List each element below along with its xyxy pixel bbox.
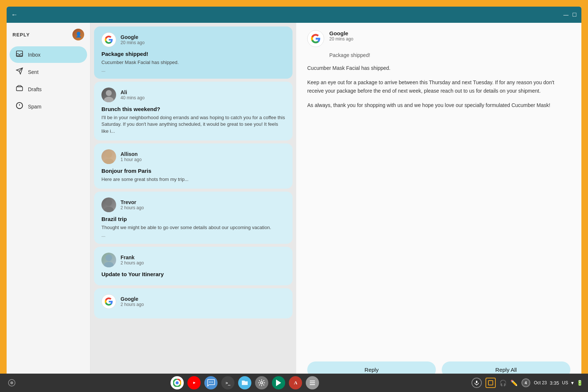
files-icon[interactable] xyxy=(238,376,251,389)
svg-point-11 xyxy=(104,207,114,212)
email-avatar-2 xyxy=(101,88,116,102)
svg-point-6 xyxy=(106,90,112,96)
sidebar-item-sent-label: Sent xyxy=(28,69,39,75)
inbox-icon xyxy=(15,50,24,59)
email-card-6[interactable]: Google 2 hours ago xyxy=(94,288,293,318)
maximize-button[interactable]: ☐ xyxy=(572,12,577,18)
tray-circle-4[interactable]: 4 xyxy=(521,378,530,387)
detail-body: Cucumber Mask Facial has shipped. Keep a… xyxy=(307,64,570,354)
email-sender-3: Allison xyxy=(121,151,141,157)
play-store-icon[interactable] xyxy=(272,376,285,389)
drafts-icon xyxy=(15,85,24,94)
email-time-2: 40 mins ago xyxy=(121,95,144,100)
email-avatar-5 xyxy=(101,253,116,267)
detail-subject: Package shipped! xyxy=(307,52,570,58)
sidebar-header: REPLY 👤 xyxy=(7,23,90,45)
sidebar-item-inbox[interactable]: Inbox xyxy=(10,46,87,63)
avatar[interactable]: 👤 xyxy=(72,29,84,40)
email-preview-3: Here are some great shots from my trip..… xyxy=(101,176,285,183)
email-card-2[interactable]: Ali 40 mins ago Brunch this weekend? I'l… xyxy=(94,82,293,140)
email-sender-1: Google xyxy=(121,34,144,40)
email-subject-5: Update to Your Itinerary xyxy=(101,271,285,277)
taskbar-center: >_ A xyxy=(171,376,319,389)
sidebar-item-sent[interactable]: Sent xyxy=(10,64,87,80)
taskbar: >_ A xyxy=(0,374,588,392)
svg-point-12 xyxy=(105,254,112,261)
detail-sender: Google xyxy=(329,30,353,36)
email-preview-4: Thought we might be able to go over some… xyxy=(101,224,285,231)
minimize-button[interactable]: — xyxy=(563,12,569,18)
email-meta-1: Google 20 mins ago xyxy=(121,34,144,45)
tray-mic-icon[interactable] xyxy=(472,378,482,388)
email-subject-1: Package shipped! xyxy=(101,51,285,57)
email-preview-1: Cucumber Mask Facial has shipped. xyxy=(101,59,285,66)
tray-square-icon[interactable] xyxy=(485,378,496,388)
email-card-4[interactable]: Trevor 2 hours ago Brazil trip Thought w… xyxy=(94,192,293,244)
chat-icon[interactable] xyxy=(204,376,218,389)
email-card-5[interactable]: Frank 2 hours ago Update to Your Itinera… xyxy=(94,247,293,285)
svg-point-18 xyxy=(176,382,179,384)
more-apps-icon[interactable] xyxy=(306,376,319,389)
detail-body-line1: Cucumber Mask Facial has shipped. xyxy=(307,64,570,72)
back-button[interactable]: ← xyxy=(11,11,18,19)
email-card-3[interactable]: Allison 1 hour ago Bonjour from Paris He… xyxy=(94,143,293,189)
sidebar-item-inbox-label: Inbox xyxy=(28,52,40,58)
svg-point-7 xyxy=(104,97,114,102)
email-header-4: Trevor 2 hours ago xyxy=(101,197,285,212)
sent-icon xyxy=(15,67,24,76)
svg-point-22 xyxy=(211,382,211,382)
detail-body-para1: Keep an eye out for a package to arrive … xyxy=(307,78,570,95)
sidebar: REPLY 👤 Inbox xyxy=(7,23,90,385)
detail-header: Google 20 mins ago xyxy=(307,30,570,47)
time-display: 3:35 xyxy=(550,380,559,386)
email-header-5: Frank 2 hours ago xyxy=(101,253,285,267)
svg-point-10 xyxy=(105,199,112,206)
email-card-1[interactable]: Google 20 mins ago Package shipped! Cucu… xyxy=(94,26,293,79)
email-time-5: 2 hours ago xyxy=(121,260,144,266)
email-avatar-4 xyxy=(101,197,116,212)
locale-display: US xyxy=(562,380,568,385)
date-display: Oct 23 xyxy=(534,380,547,385)
email-sender-4: Trevor xyxy=(121,199,144,205)
email-header-2: Ali 40 mins ago xyxy=(101,88,285,102)
email-ellipsis-4: ... xyxy=(101,232,285,238)
email-meta-4: Trevor 2 hours ago xyxy=(121,199,144,210)
email-meta-2: Ali 40 mins ago xyxy=(121,89,144,100)
system-tray[interactable]: Oct 23 3:35 US ▾ 🔋 xyxy=(534,380,583,386)
chrome-icon[interactable] xyxy=(171,376,184,389)
titlebar: ← — ☐ xyxy=(7,7,581,23)
launcher-icon[interactable] xyxy=(5,376,18,389)
svg-point-13 xyxy=(104,262,114,267)
youtube-icon[interactable] xyxy=(187,376,201,389)
email-avatar-6 xyxy=(101,294,116,309)
sidebar-item-drafts[interactable]: Drafts xyxy=(10,81,87,97)
email-subject-2: Brunch this weekend? xyxy=(101,106,285,112)
email-sender-6: Google xyxy=(121,296,144,302)
email-subject-4: Brazil trip xyxy=(101,216,285,222)
taskbar-right: 🎧 ✏️ 4 Oct 23 3:35 US ▾ 🔋 xyxy=(472,378,583,388)
settings-icon[interactable] xyxy=(255,376,268,389)
email-avatar-1 xyxy=(101,32,116,47)
terminal-icon[interactable]: >_ xyxy=(221,376,234,389)
svg-point-23 xyxy=(212,382,213,382)
tray-pen-icon[interactable]: ✏️ xyxy=(510,379,518,386)
detail-time: 20 mins ago xyxy=(329,36,353,42)
sidebar-item-spam[interactable]: Spam xyxy=(10,98,87,115)
sidebar-nav: Inbox Sent xyxy=(7,45,90,116)
svg-point-15 xyxy=(10,381,13,384)
detail-meta: Google 20 mins ago xyxy=(329,30,353,42)
spam-icon xyxy=(15,102,24,111)
tray-headphone-icon[interactable]: 🎧 xyxy=(499,379,507,386)
email-preview-2: I'll be in your neighborhood doing erran… xyxy=(101,114,285,135)
sidebar-title: REPLY xyxy=(12,32,30,38)
svg-point-24 xyxy=(261,382,263,384)
svg-point-9 xyxy=(104,158,114,164)
email-sender-2: Ali xyxy=(121,89,144,95)
app-body: REPLY 👤 Inbox xyxy=(7,23,581,385)
email-header-1: Google 20 mins ago xyxy=(101,32,285,47)
email-time-4: 2 hours ago xyxy=(121,205,144,210)
apps-icon[interactable]: A xyxy=(289,376,302,389)
email-time-3: 1 hour ago xyxy=(121,157,141,162)
email-meta-3: Allison 1 hour ago xyxy=(121,151,141,162)
detail-body-para2: As always, thank you for shopping with u… xyxy=(307,101,570,110)
